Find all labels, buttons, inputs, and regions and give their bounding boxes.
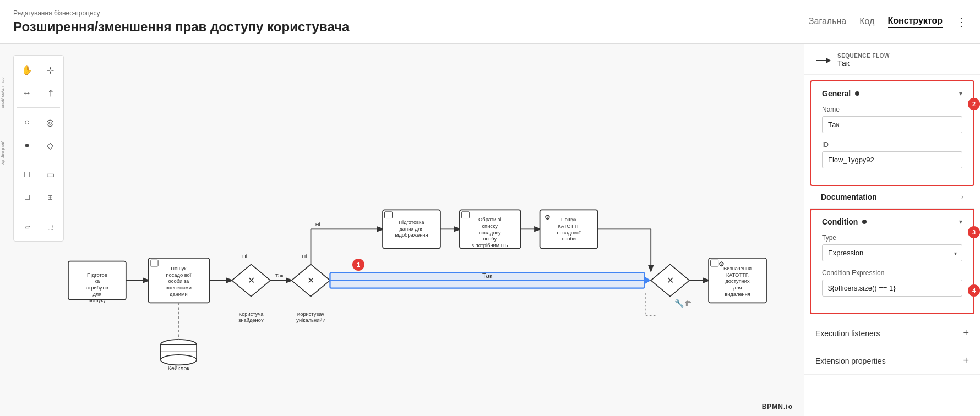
condition-section: Condition ▾ Type Expression Script ▾: [810, 209, 974, 314]
task-button[interactable]: ☐: [17, 188, 37, 207]
svg-text:списку: списку: [482, 223, 498, 229]
condition-expression-field: Condition Expression: [822, 269, 962, 297]
connect-tool-button[interactable]: ↔: [17, 83, 37, 103]
svg-text:⚙: ⚙: [718, 260, 725, 267]
toolbar-divider-1: [17, 107, 60, 108]
execution-listeners-add-button[interactable]: +: [963, 327, 969, 339]
rect-button[interactable]: □: [17, 165, 37, 184]
header-title: Розширення/зменшення прав доступу корист…: [13, 19, 349, 35]
bpmn-diagram[interactable]: Підготов ка атрибутів для пошуку Пошук п…: [0, 44, 804, 416]
general-chevron-icon[interactable]: ▾: [959, 90, 962, 97]
more-menu-button[interactable]: ⋮: [956, 15, 967, 29]
sequence-flow-icon: [815, 55, 831, 66]
condition-chevron-icon[interactable]: ▾: [959, 218, 962, 226]
nav-constructor[interactable]: Конструктор: [888, 16, 943, 28]
rounded-rect-button[interactable]: ▭: [40, 165, 60, 184]
nav-code[interactable]: Код: [859, 17, 874, 28]
svg-text:Користувач: Користувач: [297, 311, 324, 317]
svg-text:особи за: особи за: [168, 278, 190, 284]
svg-text:КАТОТТГ,: КАТОТТГ,: [726, 272, 749, 278]
nav-general[interactable]: Загальна: [809, 17, 846, 28]
badge-4: 4: [968, 284, 980, 297]
svg-text:посадо вої: посадо вої: [166, 272, 191, 278]
canvas-area[interactable]: ✋ ⊹ ↔ ↗ ○ ◎ ● ◇ □ ▭ ☐ ⊞: [0, 44, 804, 416]
toolbar-divider-2: [17, 160, 60, 160]
svg-text:Ні: Ні: [242, 254, 247, 259]
type-select-wrap: Expression Script ▾: [822, 244, 962, 261]
svg-text:КАТОТТГ: КАТОТТГ: [558, 223, 580, 229]
general-label: General: [822, 89, 851, 98]
dashed-button[interactable]: ⬚: [40, 217, 60, 237]
svg-text:🔧: 🔧: [674, 299, 684, 308]
id-field: ID: [822, 141, 962, 168]
general-section-body: Name ID: [811, 106, 973, 185]
svg-text:✕: ✕: [307, 275, 314, 285]
hand-tool-button[interactable]: ✋: [17, 60, 37, 80]
execution-listeners-row[interactable]: Execution listeners +: [804, 320, 980, 347]
sequence-flow-type: SEQUENCE FLOW: [837, 53, 890, 59]
type-select[interactable]: Expression Script: [822, 244, 962, 261]
svg-text:ка: ка: [95, 278, 100, 284]
extension-properties-label: Extension properties: [815, 357, 886, 365]
type-label: Type: [822, 234, 962, 242]
svg-text:пошуку: пошуку: [89, 298, 106, 303]
svg-text:посадової: посадової: [557, 230, 581, 236]
id-label: ID: [822, 141, 962, 149]
svg-text:Підготовка: Підготовка: [399, 220, 424, 225]
ring-tool-button[interactable]: ◎: [40, 112, 60, 132]
marquee-tool-button[interactable]: ⊹: [40, 60, 60, 80]
diamond-button[interactable]: ◇: [40, 135, 60, 155]
documentation-label: Documentation: [821, 193, 877, 201]
toolbar-row-6: ☐ ⊞: [17, 188, 60, 207]
svg-text:атрибутів: атрибутів: [86, 285, 108, 291]
extension-properties-row[interactable]: Extension properties +: [804, 347, 980, 375]
svg-text:для: для: [92, 292, 101, 297]
extension-properties-add-button[interactable]: +: [963, 355, 969, 366]
svg-text:особу: особу: [483, 236, 497, 242]
svg-text:з потрібним ПБ: з потрібним ПБ: [472, 243, 508, 248]
svg-text:Так: Так: [275, 273, 284, 278]
badge-1: 1: [352, 259, 364, 271]
header-right: Загальна Код Конструктор ⋮: [809, 15, 967, 29]
svg-text:особи: особи: [562, 236, 576, 242]
svg-text:відображення: відображення: [395, 232, 428, 238]
name-field: Name: [822, 106, 962, 133]
sequence-flow-text: SEQUENCE FLOW Так: [837, 53, 890, 68]
filled-circle-button[interactable]: ●: [17, 135, 37, 155]
condition-section-header[interactable]: Condition ▾: [811, 210, 973, 234]
svg-marker-35: [645, 277, 651, 284]
svg-text:Визначення: Визначення: [723, 266, 752, 271]
svg-text:✕: ✕: [248, 275, 255, 285]
documentation-row[interactable]: Documentation ›: [810, 186, 974, 209]
condition-section-body: Type Expression Script ▾ Condition Expre…: [811, 234, 973, 313]
svg-text:Обрати зі: Обрати зі: [478, 217, 501, 222]
name-input[interactable]: [822, 116, 962, 133]
svg-text:даними: даними: [170, 292, 188, 297]
svg-text:внесеними: внесеними: [166, 285, 192, 291]
main-container: ✋ ⊹ ↔ ↗ ○ ◎ ● ◇ □ ▭ ☐ ⊞: [0, 44, 980, 416]
svg-text:Пошук: Пошук: [171, 266, 187, 271]
svg-text:унікальний?: унікальний?: [296, 318, 325, 323]
general-section-header[interactable]: General ▾: [811, 81, 973, 106]
toolbar-row-3: ○ ◎: [17, 112, 60, 132]
svg-text:Ні: Ні: [315, 222, 320, 227]
sub-button[interactable]: ⊞: [40, 188, 60, 207]
toolbar-divider-3: [17, 212, 60, 212]
bpmn-footer: BPMN.io: [762, 403, 793, 410]
general-section-header-left: General: [822, 89, 859, 98]
svg-text:⚙: ⚙: [545, 214, 551, 221]
svg-text:Пошук: Пошук: [561, 217, 577, 222]
toolbar-row-5: □ ▭: [17, 165, 60, 184]
svg-text:Так: Так: [482, 272, 493, 279]
arrow-tool-button[interactable]: ↗: [36, 79, 64, 107]
header: Редагування бізнес-процесу Розширення/зм…: [0, 0, 980, 44]
para-button[interactable]: ▱: [17, 217, 37, 237]
toolbar: ✋ ⊹ ↔ ↗ ○ ◎ ● ◇ □ ▭ ☐ ⊞: [13, 55, 64, 242]
svg-text:Користуча: Користуча: [239, 311, 264, 317]
condition-expression-input[interactable]: [822, 280, 962, 297]
documentation-chevron-icon[interactable]: ›: [961, 193, 963, 201]
condition-label: Condition: [822, 217, 858, 226]
id-input[interactable]: [822, 151, 962, 168]
svg-text:доступних: доступних: [725, 278, 750, 284]
circle-tool-button[interactable]: ○: [17, 112, 37, 132]
